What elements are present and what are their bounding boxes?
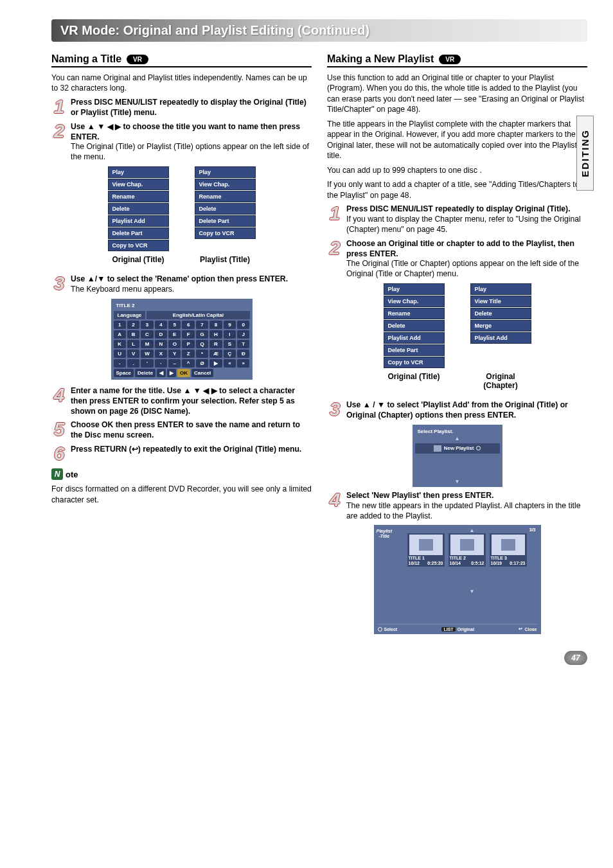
kbd-key[interactable]: 7	[196, 321, 208, 329]
step-number: 4	[51, 386, 67, 417]
kbd-key[interactable]: B	[127, 330, 139, 339]
kbd-key[interactable]: W	[141, 350, 153, 358]
menu-item[interactable]: Play	[470, 283, 531, 295]
kbd-right[interactable]: ▶	[167, 369, 176, 377]
kbd-key[interactable]: Ø	[196, 359, 208, 368]
bottom-original[interactable]: Original	[458, 627, 474, 632]
kbd-key[interactable]: *	[196, 350, 208, 358]
menu-item[interactable]: Playlist Add	[384, 332, 445, 344]
kbd-key[interactable]: Z	[182, 350, 194, 358]
kbd-key[interactable]: Ç	[224, 350, 236, 358]
kbd-key[interactable]: S	[224, 340, 236, 348]
menu-item[interactable]: Playlist Add	[108, 215, 169, 227]
kbd-key[interactable]: «	[224, 359, 236, 368]
kbd-key[interactable]: A	[114, 330, 126, 339]
caption-chapter: Original (Chapter)	[470, 372, 531, 390]
bottom-close[interactable]: Close	[524, 627, 537, 632]
menu-item[interactable]: Rename	[384, 308, 445, 319]
playlist-thumb[interactable]: TITLE 1 10/120:25:20	[407, 533, 445, 567]
kbd-key[interactable]: I	[224, 330, 236, 339]
kbd-key[interactable]: R	[209, 340, 222, 348]
select-playlist-row[interactable]: New Playlist	[415, 443, 500, 454]
menu-item[interactable]: Delete	[384, 320, 445, 332]
return-icon: ↩	[519, 626, 522, 632]
kbd-key[interactable]: 6	[182, 321, 194, 329]
bottom-select[interactable]: Select	[384, 627, 398, 632]
kbd-key[interactable]: K	[114, 340, 126, 348]
kbd-key[interactable]: 0	[237, 321, 249, 329]
menu-item[interactable]: Copy to VCR	[384, 357, 445, 368]
menu-item[interactable]: Delete Part	[195, 215, 256, 227]
kbd-key[interactable]: 8	[209, 321, 222, 329]
playlist-thumb[interactable]: TITLE 2 10/140:5:12	[449, 533, 486, 567]
kbd-key[interactable]: O	[168, 340, 181, 348]
menu-item[interactable]: Copy to VCR	[195, 227, 256, 239]
kbd-key[interactable]: ^	[182, 359, 194, 368]
kbd-key[interactable]: J	[237, 330, 249, 339]
right-section-title: Making a New Playlist VR	[327, 53, 587, 67]
kbd-key[interactable]: Æ	[209, 350, 222, 358]
kbd-mode[interactable]: English/Latin Capital	[147, 311, 249, 319]
list-button-icon[interactable]: LIST	[441, 627, 455, 632]
kbd-key[interactable]: '	[141, 359, 153, 368]
kbd-key[interactable]: ·	[155, 359, 167, 368]
kbd-key[interactable]: Đ	[237, 350, 249, 358]
kbd-delete[interactable]: Delete	[135, 369, 155, 377]
kbd-key[interactable]: L	[127, 340, 139, 348]
menu-item[interactable]: View Chap.	[195, 179, 256, 190]
menu-item[interactable]: Delete Part	[108, 227, 169, 239]
kbd-key[interactable]: U	[114, 350, 126, 358]
kbd-ok[interactable]: OK	[177, 369, 190, 377]
step-header: Press DISC MENU/LIST repeatedly to displ…	[71, 98, 306, 117]
kbd-key[interactable]: 1	[114, 321, 126, 329]
kbd-key[interactable]: »	[237, 359, 249, 368]
kbd-space[interactable]: Space	[114, 369, 134, 377]
menu-item[interactable]: Rename	[195, 191, 256, 202]
thumb-date: 10/19	[491, 561, 502, 565]
kbd-key[interactable]: X	[155, 350, 167, 358]
kbd-key[interactable]: –	[168, 359, 181, 368]
kbd-key[interactable]: Q	[196, 340, 208, 348]
menu-item[interactable]: Delete	[195, 203, 256, 215]
kbd-key[interactable]: G	[196, 330, 208, 339]
kbd-key[interactable]: P	[182, 340, 194, 348]
menu-item[interactable]: View Title	[470, 296, 531, 307]
kbd-key[interactable]: Y	[168, 350, 181, 358]
menu-item[interactable]: Delete	[108, 203, 169, 215]
playlist-thumb[interactable]: TITLE 3 10/190:17:23	[490, 533, 527, 567]
menu-item[interactable]: Copy to VCR	[108, 240, 169, 251]
menu-item[interactable]: Play	[108, 166, 169, 178]
kbd-key[interactable]: 4	[155, 321, 167, 329]
menu-item[interactable]: View Chap.	[384, 296, 445, 307]
kbd-language-label[interactable]: Language	[114, 311, 146, 319]
kbd-key[interactable]: 3	[141, 321, 153, 329]
left-step-6: 6 Press RETURN (↩) repeatedly to exit th…	[51, 445, 312, 462]
kbd-key[interactable]: H	[209, 330, 222, 339]
kbd-left[interactable]: ◀	[157, 369, 166, 377]
menu-item[interactable]: Playlist Add	[470, 332, 531, 344]
kbd-key[interactable]: M	[141, 340, 153, 348]
kbd-key[interactable]: 2	[127, 321, 139, 329]
menu-item[interactable]: Delete	[470, 308, 531, 319]
menu-item[interactable]: Play	[384, 283, 445, 295]
kbd-key[interactable]: E	[168, 330, 181, 339]
menu-item[interactable]: Merge	[470, 320, 531, 332]
kbd-key[interactable]: F	[182, 330, 194, 339]
menu-item[interactable]: Delete Part	[384, 344, 445, 356]
menu-item[interactable]: Rename	[108, 191, 169, 202]
kbd-cancel[interactable]: Cancel	[191, 369, 213, 377]
kbd-key[interactable]: -	[114, 359, 126, 368]
kbd-key[interactable]: C	[141, 330, 153, 339]
kbd-key[interactable]: N	[155, 340, 167, 348]
kbd-key[interactable]: 5	[168, 321, 181, 329]
thumb-date: 10/12	[409, 561, 420, 565]
kbd-key[interactable]: T	[237, 340, 249, 348]
side-tab-editing: EDITING	[576, 116, 594, 191]
kbd-key[interactable]: 9	[224, 321, 236, 329]
kbd-key[interactable]: D	[155, 330, 167, 339]
menu-item[interactable]: View Chap.	[108, 179, 169, 190]
kbd-key[interactable]: .	[127, 359, 139, 368]
menu-item[interactable]: Play	[195, 166, 256, 178]
kbd-key[interactable]: V	[127, 350, 139, 358]
kbd-key[interactable]: ▶	[209, 359, 222, 368]
